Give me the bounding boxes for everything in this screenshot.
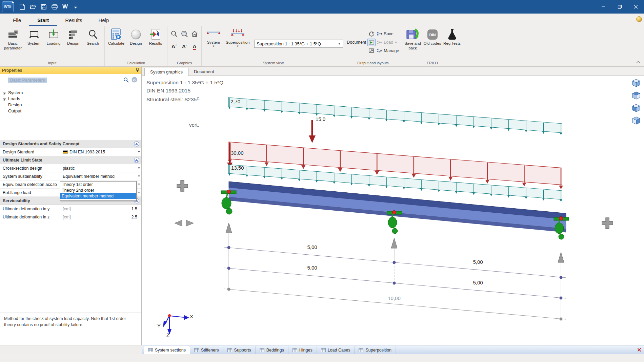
dropdown-arrow-icon[interactable]: ▼ bbox=[138, 191, 140, 194]
view-cube-button-3[interactable] bbox=[631, 103, 641, 113]
nav-arrow-right[interactable] bbox=[185, 219, 194, 227]
tree-item-basic-parameters[interactable]: Basic Parameters bbox=[0, 77, 47, 83]
nav-arrow-left[interactable] bbox=[174, 219, 183, 227]
font-color-button[interactable]: A bbox=[193, 43, 197, 49]
graphics-canvas[interactable]: Superposition 1 - 1.35*G + 1.5*Q DIN EN … bbox=[142, 76, 644, 345]
expand-document-icon[interactable] bbox=[367, 47, 376, 55]
close-button[interactable] bbox=[628, 0, 644, 14]
view-cube-button-4[interactable] bbox=[631, 115, 641, 126]
system-view-button[interactable]: System ▼ bbox=[203, 27, 224, 48]
search-button[interactable]: Search bbox=[83, 27, 103, 46]
group-label-frilo: FRILO bbox=[403, 61, 462, 66]
dropdown-arrow-icon[interactable]: ▼ bbox=[138, 183, 140, 186]
tab-help[interactable]: Help bbox=[90, 14, 117, 26]
dropdown-arrow-icon[interactable]: ▼ bbox=[138, 175, 140, 178]
save-icon[interactable] bbox=[41, 4, 47, 10]
dropdown-arrow-icon[interactable]: ▼ bbox=[138, 167, 140, 170]
tab-document[interactable]: Document bbox=[188, 67, 219, 76]
tree-item-output[interactable]: Output bbox=[0, 108, 21, 114]
close-panel-icon[interactable] bbox=[637, 347, 641, 353]
tab-stiffeners[interactable]: Stiffeners bbox=[190, 346, 223, 354]
move-handle-right[interactable] bbox=[601, 217, 614, 230]
print-icon[interactable] bbox=[52, 4, 58, 10]
dropdown-arrow-icon[interactable]: ▼ bbox=[138, 150, 140, 153]
tab-start[interactable]: Start bbox=[29, 14, 57, 26]
restore-button[interactable] bbox=[611, 0, 628, 14]
minimize-button[interactable] bbox=[595, 0, 611, 14]
hotline-icon[interactable] bbox=[636, 16, 642, 22]
collapse-ribbon-icon[interactable] bbox=[636, 59, 641, 65]
row-cross-section-design[interactable]: Cross-section design plastic ▼ bbox=[0, 164, 141, 172]
design-code-title: DIN EN 1993:2015 bbox=[146, 87, 223, 95]
tab-load-cases[interactable]: Load Cases bbox=[317, 346, 355, 354]
superposition-view-button[interactable]: Superposition ▼ bbox=[224, 27, 251, 48]
collapse-all-icon[interactable] bbox=[132, 77, 137, 84]
w-tool-icon[interactable]: W bbox=[62, 3, 68, 10]
tree-search-icon[interactable] bbox=[123, 77, 129, 84]
expand-plus-icon[interactable] bbox=[3, 97, 6, 100]
beam-system-icon bbox=[205, 29, 222, 40]
design-sphere-button[interactable]: Design bbox=[126, 27, 146, 46]
tab-file[interactable]: File bbox=[5, 14, 29, 26]
tree-item-system[interactable]: System bbox=[0, 89, 23, 95]
load-layout-button[interactable]: Load ▼ bbox=[377, 38, 399, 46]
tab-superposition[interactable]: Superposition bbox=[355, 346, 396, 354]
row-design-standard[interactable]: Design Standard DIN EN 1993:2015 ▼ bbox=[0, 148, 141, 156]
save-layout-button[interactable]: Save bbox=[377, 29, 399, 38]
section-ultimate-limit-state[interactable]: Ultimate Limit State bbox=[0, 156, 141, 164]
reg-tests-button[interactable]: Reg Tests bbox=[442, 27, 462, 46]
equiv-beam-dropdown-list: Theory 1st order Theory 2nd order Equiva… bbox=[60, 181, 137, 201]
dropdown-option-theory-1st[interactable]: Theory 1st order bbox=[60, 182, 136, 187]
loading-icon bbox=[47, 28, 60, 41]
section-design-standards[interactable]: Design Standards and Safety Concept bbox=[0, 140, 141, 148]
zoom-selection-icon[interactable] bbox=[181, 30, 188, 39]
row-ultimate-deformation-y[interactable]: Ultimate deformation in y [cm] 1.5 bbox=[0, 205, 141, 213]
zoom-home-icon[interactable] bbox=[191, 30, 198, 39]
tab-beddings[interactable]: Beddings bbox=[256, 346, 288, 354]
font-decrease-button[interactable]: A- bbox=[182, 43, 187, 49]
dropdown-option-theory-2nd[interactable]: Theory 2nd order bbox=[60, 187, 136, 193]
search-icon bbox=[87, 28, 98, 41]
tab-results[interactable]: Results bbox=[57, 14, 90, 26]
superposition-select[interactable]: Superposition 1 : 1.35*G + 1.5*Q ▼ bbox=[254, 40, 343, 48]
tab-supports[interactable]: Supports bbox=[223, 346, 256, 354]
basic-parameter-button[interactable]: Basic parameter bbox=[2, 27, 24, 50]
manage-layouts-button[interactable]: Manage bbox=[377, 46, 399, 55]
open-file-icon[interactable] bbox=[30, 4, 36, 10]
tree-item-loads[interactable]: Loads bbox=[0, 95, 20, 102]
tree-item-design[interactable]: Design bbox=[0, 102, 22, 108]
results-icon bbox=[150, 28, 161, 41]
view-cube-button-1[interactable] bbox=[631, 78, 641, 88]
section-collapse-icon[interactable] bbox=[134, 157, 139, 164]
dropdown-option-equivalent-member[interactable]: Equivalent member method bbox=[60, 193, 136, 199]
tab-hinges[interactable]: Hinges bbox=[288, 346, 317, 354]
old-codes-button[interactable]: DIN Old codes bbox=[423, 27, 442, 46]
combo-dropdown-icon: ▼ bbox=[338, 42, 341, 45]
tab-system-graphics[interactable]: System graphics bbox=[144, 68, 188, 76]
save-and-back-button[interactable]: Save and back bbox=[403, 27, 423, 50]
results-button[interactable]: Results bbox=[146, 27, 165, 46]
refresh-document-icon[interactable] bbox=[367, 30, 376, 38]
view-cube-button-2[interactable] bbox=[631, 90, 641, 101]
qat-dropdown-icon[interactable] bbox=[73, 4, 79, 10]
move-handle-left[interactable] bbox=[176, 179, 189, 192]
design-button[interactable]: Design bbox=[63, 27, 83, 46]
flask-icon bbox=[446, 28, 458, 41]
new-file-icon[interactable] bbox=[19, 4, 25, 10]
app-logo[interactable]: BTII + bbox=[2, 1, 14, 12]
row-system-sustainability[interactable]: System sustainability Equivalent member … bbox=[0, 172, 141, 180]
loading-button[interactable]: Loading bbox=[44, 27, 63, 46]
calculate-button[interactable]: Calculate bbox=[106, 27, 126, 46]
zoom-in-icon[interactable] bbox=[171, 30, 178, 39]
system-button[interactable]: System bbox=[24, 27, 44, 46]
expand-plus-icon[interactable] bbox=[3, 91, 6, 94]
tab-system-sections[interactable]: System sections bbox=[144, 346, 190, 354]
load-value-top-band: 2,70 bbox=[230, 99, 240, 104]
pin-icon[interactable] bbox=[136, 68, 139, 73]
main-area: System graphics Document Superposition 1… bbox=[142, 67, 644, 345]
open-document-icon[interactable] bbox=[367, 39, 376, 46]
row-ultimate-deformation-z[interactable]: Ultimate deformation in z [cm] 2.5 bbox=[0, 213, 141, 221]
font-increase-button[interactable]: A+ bbox=[172, 43, 177, 49]
section-collapse-icon[interactable] bbox=[134, 141, 139, 148]
app-logo-plus: + bbox=[12, 0, 14, 4]
